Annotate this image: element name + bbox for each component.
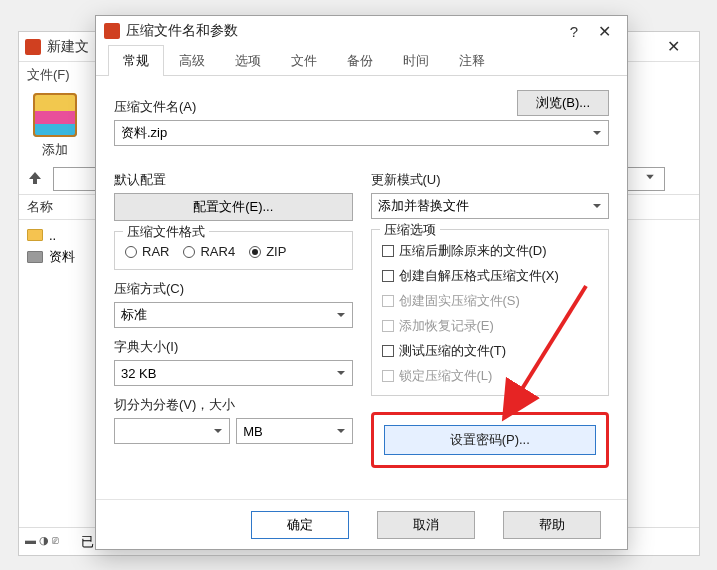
method-value: 标准 — [121, 306, 147, 324]
radio-zip[interactable]: ZIP — [249, 244, 286, 259]
profile-label: 配置文件(E)... — [193, 198, 273, 216]
books-icon — [33, 93, 77, 137]
checkbox-icon — [382, 345, 394, 357]
format-group: 压缩文件格式 RAR RAR4 ZIP — [114, 231, 353, 270]
archive-name-value: 资料.zip — [121, 124, 167, 142]
password-highlight: 设置密码(P)... — [371, 412, 610, 468]
folder-icon — [27, 229, 43, 241]
dict-label: 字典大小(I) — [114, 338, 353, 356]
check-solid: 创建固实压缩文件(S) — [382, 292, 599, 310]
tab-comment[interactable]: 注释 — [444, 45, 500, 76]
update-dropdown[interactable]: 添加并替换文件 — [371, 193, 610, 219]
check-lock: 锁定压缩文件(L) — [382, 367, 599, 385]
item-label: .. — [49, 228, 56, 243]
split-label: 切分为分卷(V)，大小 — [114, 396, 353, 414]
update-label: 更新模式(U) — [371, 171, 610, 189]
check-sfx[interactable]: 创建自解压格式压缩文件(X) — [382, 267, 599, 285]
browse-label: 浏览(B)... — [536, 94, 590, 112]
split-unit-value: MB — [243, 424, 263, 439]
help-label: 帮助 — [539, 516, 565, 534]
check-test[interactable]: 测试压缩的文件(T) — [382, 342, 599, 360]
checkbox-icon — [382, 320, 394, 332]
col-name: 名称 — [27, 198, 53, 216]
chevron-down-icon — [213, 424, 223, 439]
archive-name-field[interactable]: 资料.zip — [114, 120, 609, 146]
dialog-titlebar: 压缩文件名和参数 ? ✕ — [96, 16, 627, 46]
close-icon[interactable]: ✕ — [589, 22, 619, 41]
close-icon[interactable]: ✕ — [653, 37, 693, 56]
ok-label: 确定 — [287, 516, 313, 534]
dict-value: 32 KB — [121, 366, 156, 381]
format-legend: 压缩文件格式 — [123, 223, 209, 241]
chevron-down-icon — [592, 199, 602, 214]
dialog-title: 压缩文件名和参数 — [126, 22, 559, 40]
right-column: 更新模式(U) 添加并替换文件 压缩选项 压缩后删除原来的文件(D) 创建自解压… — [371, 171, 610, 493]
left-column: 默认配置 配置文件(E)... 压缩文件格式 RAR RAR4 ZIP 压缩方式… — [114, 171, 353, 493]
check-delete[interactable]: 压缩后删除原来的文件(D) — [382, 242, 599, 260]
update-value: 添加并替换文件 — [378, 197, 469, 215]
folder-icon — [27, 251, 43, 263]
device-icon: ▬ ◑ ⎚ — [25, 534, 73, 550]
default-profile-label: 默认配置 — [114, 171, 353, 189]
options-group: 压缩选项 压缩后删除原来的文件(D) 创建自解压格式压缩文件(X) 创建固实压缩… — [371, 229, 610, 396]
toolbar-add-label: 添加 — [27, 141, 83, 159]
dialog-body: 压缩文件名(A) 浏览(B)... 资料.zip 默认配置 配置文件(E)...… — [96, 76, 627, 499]
browse-button[interactable]: 浏览(B)... — [517, 90, 609, 116]
dialog-buttons: 确定 取消 帮助 — [96, 499, 627, 549]
radio-icon — [125, 246, 137, 258]
toolbar-add-button[interactable]: 添加 — [27, 93, 83, 159]
archive-name-label: 压缩文件名(A) — [114, 98, 196, 116]
chevron-down-icon — [336, 424, 346, 439]
tab-general[interactable]: 常规 — [108, 45, 164, 76]
split-size-field[interactable] — [114, 418, 230, 444]
radio-rar4[interactable]: RAR4 — [183, 244, 235, 259]
menu-file[interactable]: 文件(F) — [27, 66, 70, 84]
tab-time[interactable]: 时间 — [388, 45, 444, 76]
method-label: 压缩方式(C) — [114, 280, 353, 298]
profile-button[interactable]: 配置文件(E)... — [114, 193, 353, 221]
tab-options[interactable]: 选项 — [220, 45, 276, 76]
item-label: 资料 — [49, 248, 75, 266]
set-password-label: 设置密码(P)... — [450, 431, 530, 449]
app-icon — [25, 39, 41, 55]
checkbox-icon — [382, 270, 394, 282]
ok-button[interactable]: 确定 — [251, 511, 349, 539]
method-dropdown[interactable]: 标准 — [114, 302, 353, 328]
tab-bar: 常规 高级 选项 文件 备份 时间 注释 — [96, 46, 627, 76]
tab-advanced[interactable]: 高级 — [164, 45, 220, 76]
checkbox-icon — [382, 370, 394, 382]
dict-dropdown[interactable]: 32 KB — [114, 360, 353, 386]
chevron-down-icon — [644, 171, 660, 187]
radio-icon — [183, 246, 195, 258]
status-text: 已 — [81, 533, 94, 551]
chevron-down-icon — [336, 308, 346, 323]
options-legend: 压缩选项 — [380, 221, 440, 239]
cancel-button[interactable]: 取消 — [377, 511, 475, 539]
checkbox-icon — [382, 245, 394, 257]
tab-backup[interactable]: 备份 — [332, 45, 388, 76]
help-icon[interactable]: ? — [559, 23, 589, 40]
set-password-button[interactable]: 设置密码(P)... — [384, 425, 597, 455]
help-button[interactable]: 帮助 — [503, 511, 601, 539]
chevron-down-icon — [592, 126, 602, 141]
radio-rar[interactable]: RAR — [125, 244, 169, 259]
split-unit-dropdown[interactable]: MB — [236, 418, 352, 444]
app-icon — [104, 23, 120, 39]
check-recovery: 添加恢复记录(E) — [382, 317, 599, 335]
radio-icon — [249, 246, 261, 258]
chevron-down-icon — [336, 366, 346, 381]
up-icon[interactable] — [27, 170, 45, 188]
tab-files[interactable]: 文件 — [276, 45, 332, 76]
cancel-label: 取消 — [413, 516, 439, 534]
checkbox-icon — [382, 295, 394, 307]
archive-dialog: 压缩文件名和参数 ? ✕ 常规 高级 选项 文件 备份 时间 注释 压缩文件名(… — [95, 15, 628, 550]
